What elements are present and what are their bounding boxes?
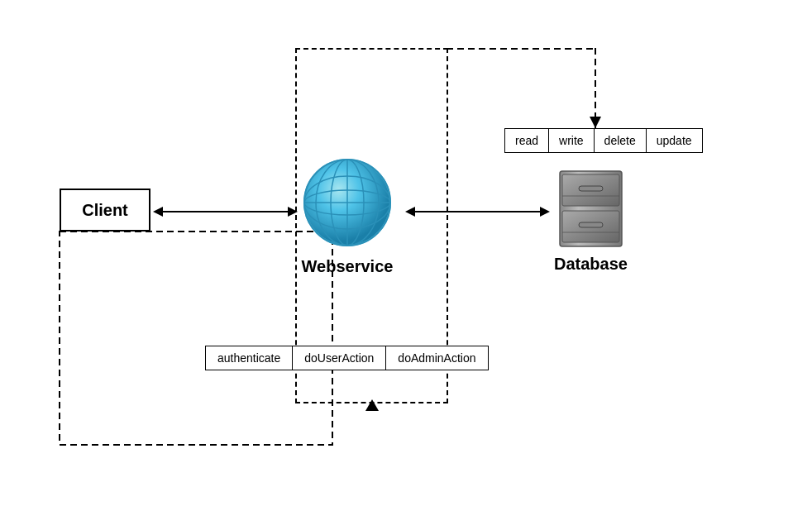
double-arrow-ws-db <box>405 205 550 218</box>
dashed-line-top <box>447 39 597 59</box>
dashed-arrow-up-methods <box>362 399 382 413</box>
db-op-read: read <box>505 129 549 152</box>
globe-icon <box>298 153 397 252</box>
client-methods-dashed-boundary <box>60 232 332 446</box>
methods-box: authenticate doUserAction doAdminAction <box>205 346 489 370</box>
database-area: Database <box>554 169 628 274</box>
method-doUserAction: doUserAction <box>293 346 386 370</box>
webservice-area: Webservice <box>298 153 397 276</box>
db-operations-box: read write delete update <box>504 128 703 153</box>
db-op-update: update <box>647 129 702 152</box>
svg-marker-2 <box>590 117 601 128</box>
svg-marker-7 <box>288 207 298 217</box>
dashed-line-db-ops-vertical <box>594 48 610 136</box>
arrow-webservice-database <box>405 205 550 218</box>
svg-marker-4 <box>365 399 379 411</box>
method-doAdminAction: doAdminAction <box>386 346 487 370</box>
client-box: Client <box>60 189 150 232</box>
svg-rect-25 <box>579 222 603 227</box>
svg-rect-22 <box>579 186 603 191</box>
double-arrow-client-ws <box>153 205 298 218</box>
method-authenticate: authenticate <box>206 346 293 370</box>
database-icon <box>556 169 626 248</box>
db-op-write: write <box>549 129 595 152</box>
webservice-label: Webservice <box>302 257 394 276</box>
client-label: Client <box>82 201 128 220</box>
arrow-client-webservice <box>153 205 298 218</box>
svg-rect-3 <box>60 232 332 445</box>
diagram-container: read write delete update Client <box>0 0 812 506</box>
database-label: Database <box>554 255 628 274</box>
db-op-delete: delete <box>595 129 647 152</box>
svg-marker-19 <box>540 207 550 217</box>
